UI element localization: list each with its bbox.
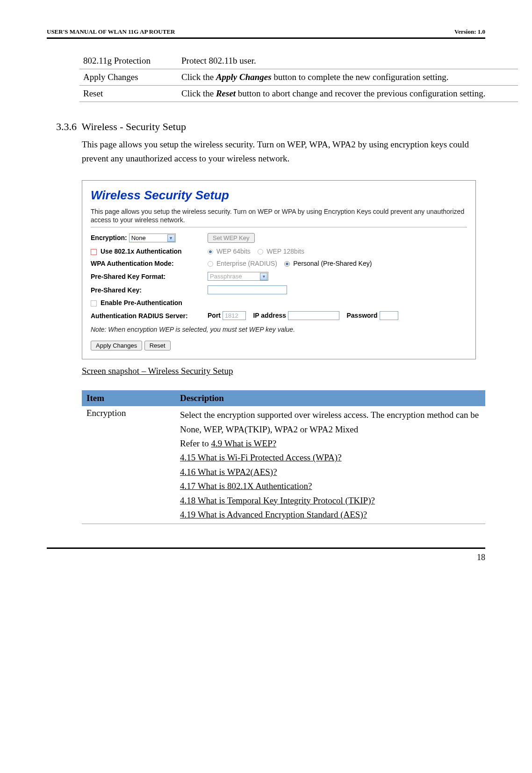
section-title: Wireless - Security Setup (82, 121, 186, 132)
config-desc: Protect 802.11b user. (178, 53, 518, 69)
header-left: USER'S MANUAL OF WLAN 11G AP ROUTER (47, 28, 175, 36)
table-row: 802.11g ProtectionProtect 802.11b user. (79, 53, 518, 69)
password-label: Password (346, 312, 377, 319)
section-body: This page allows you setup the wireless … (82, 138, 485, 166)
encryption-desc: Select the encryption supported over wir… (175, 406, 485, 524)
wpa-auth-mode-label: WPA Authentication Mode: (91, 260, 208, 267)
config-item: Apply Changes (79, 69, 178, 86)
col-desc-header: Description (175, 390, 485, 406)
psk-format-select[interactable] (208, 272, 268, 281)
radius-server-label: Authentication RADIUS Server: (91, 312, 208, 320)
ss-description: This page allows you setup the wireless … (91, 207, 467, 224)
ip-address-input[interactable] (288, 311, 339, 320)
psk-format-label: Pre-Shared Key Format: (91, 273, 208, 280)
config-desc: Click the Reset button to abort change a… (178, 86, 518, 102)
port-label: Port (208, 312, 221, 319)
faq-link[interactable]: 4.19 What is Advanced Encryption Standar… (180, 510, 367, 519)
reset-button[interactable]: Reset (144, 341, 171, 350)
page-number: 18 (47, 553, 485, 562)
screenshot-caption: Screen snapshot – Wireless Security Setu… (82, 366, 485, 376)
encryption-label: Encryption: ▾ (91, 233, 208, 242)
description-table: Item Description Encryption Select the e… (82, 390, 485, 524)
faq-link[interactable]: 4.18 What is Temporal Key Integrity Prot… (180, 496, 375, 505)
ip-address-label: IP address (253, 312, 286, 319)
wep128-label: WEP 128bits (266, 248, 304, 255)
wep128-radio[interactable] (258, 249, 263, 255)
header-right: Version: 1.0 (454, 28, 485, 36)
wep64-label: WEP 64bits (216, 248, 251, 255)
port-input[interactable] (223, 311, 246, 320)
header-rule (47, 37, 485, 39)
apply-changes-button[interactable]: Apply Changes (91, 341, 142, 350)
config-item: Reset (79, 86, 178, 102)
wpa-personal-radio[interactable] (284, 261, 290, 267)
wep64-radio[interactable] (208, 249, 213, 255)
use-8021x-label: Use 802.1x Authentication (91, 248, 208, 255)
table-row: ResetClick the Reset button to abort cha… (79, 86, 518, 102)
wpa-enterprise-radio[interactable] (208, 261, 213, 267)
wpa-personal-label: Personal (Pre-Shared Key) (293, 260, 372, 267)
table-row: Apply ChangesClick the Apply Changes but… (79, 69, 518, 86)
divider (91, 227, 467, 227)
col-item-header: Item (82, 390, 175, 406)
faq-link[interactable]: 4.16 What is WPA2(AES)? (180, 467, 277, 477)
embedded-screenshot: Wireless Security Setup This page allows… (82, 180, 476, 359)
faq-link[interactable]: 4.17 What is 802.1X Authentication? (180, 481, 312, 491)
footer-rule (47, 547, 485, 549)
preauth-label: Enable Pre-Authentication (91, 299, 208, 306)
psk-label: Pre-Shared Key: (91, 286, 208, 294)
wep-note: Note: When encryption WEP is selected, y… (91, 326, 467, 333)
faq-link[interactable]: 4.9 What is WEP? (211, 438, 276, 448)
faq-link[interactable]: 4.15 What is Wi-Fi Protected Access (WPA… (180, 452, 342, 462)
encryption-select[interactable] (129, 233, 176, 242)
password-input[interactable] (380, 311, 398, 320)
wpa-enterprise-label: Enterprise (RADIUS) (216, 260, 277, 267)
section-number: 3.3.6 (56, 121, 77, 132)
config-desc: Click the Apply Changes button to comple… (178, 69, 518, 86)
config-item: 802.11g Protection (79, 53, 178, 69)
page-header: USER'S MANUAL OF WLAN 11G AP ROUTER Vers… (47, 28, 485, 36)
psk-input[interactable] (208, 285, 287, 294)
top-config-table: 802.11g ProtectionProtect 802.11b user.A… (79, 53, 518, 102)
set-wep-key-button[interactable]: Set WEP Key (208, 233, 255, 243)
preauth-checkbox[interactable] (91, 300, 97, 306)
use-8021x-checkbox[interactable] (91, 249, 97, 255)
section-heading: 3.3.6 Wireless - Security Setup (56, 121, 485, 133)
ss-title: Wireless Security Setup (91, 188, 467, 203)
encryption-item: Encryption (82, 406, 175, 524)
